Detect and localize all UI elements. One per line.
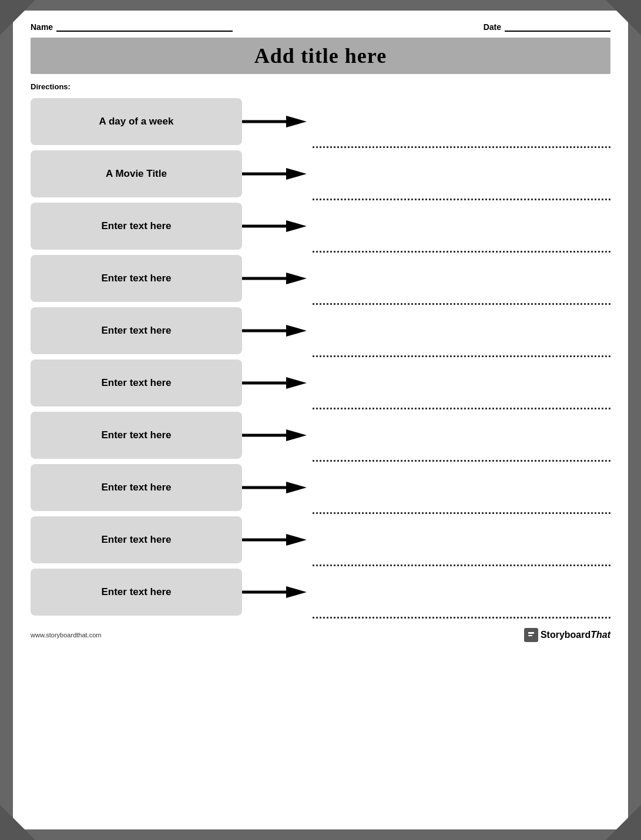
arrow-container (242, 479, 313, 496)
dotted-answer-line[interactable] (313, 251, 610, 253)
match-content: Enter text here (31, 516, 610, 563)
match-content: Enter text here (31, 203, 610, 250)
arrow-container (242, 322, 313, 340)
svg-marker-19 (286, 586, 307, 598)
match-content: Enter text here (31, 255, 610, 302)
name-line (56, 31, 233, 32)
arrow-container (242, 374, 313, 392)
main-sheet: Name Date Add title here Directions: A d… (13, 11, 628, 829)
svg-marker-7 (286, 273, 307, 284)
match-row: Enter text here (31, 307, 610, 359)
match-row: Enter text here (31, 516, 610, 569)
term-box[interactable]: Enter text here (31, 203, 242, 250)
footer-logo: StoryboardThat (524, 628, 610, 642)
term-box[interactable]: Enter text here (31, 255, 242, 302)
answer-line-row (31, 408, 610, 409)
answer-line-row (31, 251, 610, 253)
arrow-container (242, 113, 313, 130)
term-box[interactable]: Enter text here (31, 412, 242, 459)
dotted-answer-line[interactable] (313, 408, 610, 409)
date-line (505, 31, 610, 32)
arrow-container (242, 165, 313, 183)
term-box[interactable]: A Movie Title (31, 150, 242, 197)
svg-rect-21 (528, 632, 534, 634)
match-row: Enter text here (31, 412, 610, 464)
rows-container: A day of a week A Movie Title (31, 98, 610, 621)
page-title[interactable]: Add title here (31, 43, 610, 68)
arrow-container (242, 270, 313, 287)
term-box[interactable]: A day of a week (31, 98, 242, 145)
name-field: Name (31, 22, 233, 32)
match-content: Enter text here (31, 412, 610, 459)
arrow-container (242, 531, 313, 549)
match-row: Enter text here (31, 255, 610, 307)
dotted-answer-line[interactable] (313, 565, 610, 566)
answer-line-row (31, 199, 610, 200)
answer-line-row (31, 303, 610, 305)
answer-line-row (31, 512, 610, 514)
footer-url: www.storyboardthat.com (31, 631, 101, 639)
header-row: Name Date (31, 22, 610, 32)
title-bar: Add title here (31, 38, 610, 74)
directions-label: Directions: (31, 82, 610, 91)
match-row: A day of a week (31, 98, 610, 150)
match-row: Enter text here (31, 569, 610, 621)
answer-line-row (31, 355, 610, 357)
page-wrapper: Name Date Add title here Directions: A d… (0, 0, 641, 840)
term-box[interactable]: Enter text here (31, 359, 242, 406)
dotted-answer-line[interactable] (313, 199, 610, 200)
match-row: Enter text here (31, 203, 610, 255)
dotted-answer-line[interactable] (313, 617, 610, 619)
date-label: Date (484, 22, 501, 32)
dotted-answer-line[interactable] (313, 303, 610, 305)
svg-rect-22 (528, 635, 532, 636)
footer: www.storyboardthat.com StoryboardThat (31, 626, 610, 642)
match-row: A Movie Title (31, 150, 610, 203)
svg-marker-11 (286, 377, 307, 389)
svg-marker-17 (286, 534, 307, 546)
svg-marker-15 (286, 482, 307, 493)
match-row: Enter text here (31, 464, 610, 516)
svg-marker-5 (286, 220, 307, 232)
match-content: Enter text here (31, 569, 610, 616)
answer-line-row (31, 565, 610, 566)
logo-icon (524, 628, 538, 642)
svg-marker-3 (286, 168, 307, 180)
answer-line-row (31, 617, 610, 619)
match-content: Enter text here (31, 464, 610, 511)
dotted-answer-line[interactable] (313, 460, 610, 462)
dotted-answer-line[interactable] (313, 355, 610, 357)
logo-text: StoryboardThat (541, 630, 610, 640)
svg-marker-1 (286, 116, 307, 127)
answer-line-row (31, 460, 610, 462)
match-content: Enter text here (31, 359, 610, 406)
dotted-answer-line[interactable] (313, 512, 610, 514)
arrow-container (242, 583, 313, 601)
svg-marker-9 (286, 325, 307, 337)
svg-marker-13 (286, 429, 307, 441)
match-content: A Movie Title (31, 150, 610, 197)
match-content: A day of a week (31, 98, 610, 145)
match-row: Enter text here (31, 359, 610, 412)
match-content: Enter text here (31, 307, 610, 354)
dotted-answer-line[interactable] (313, 146, 610, 148)
term-box[interactable]: Enter text here (31, 307, 242, 354)
term-box[interactable]: Enter text here (31, 569, 242, 616)
arrow-container (242, 426, 313, 444)
date-field: Date (484, 22, 610, 32)
term-box[interactable]: Enter text here (31, 516, 242, 563)
name-label: Name (31, 22, 53, 32)
answer-line-row (31, 146, 610, 148)
term-box[interactable]: Enter text here (31, 464, 242, 511)
arrow-container (242, 217, 313, 235)
